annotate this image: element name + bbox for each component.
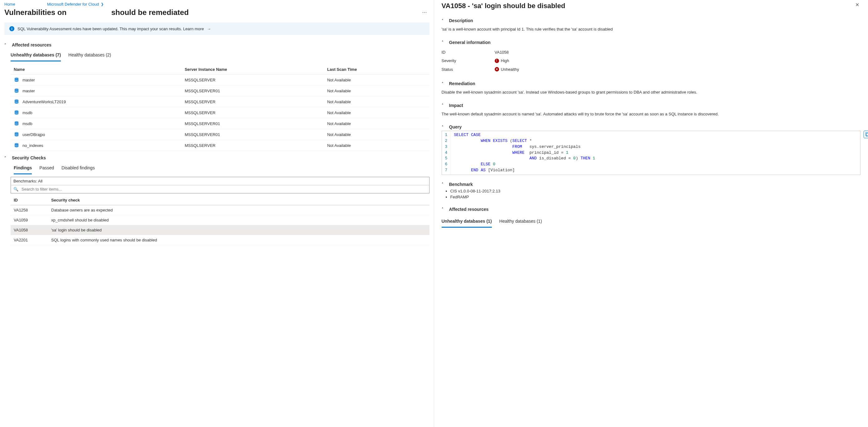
query-code-block: 1 2 3 4 5 6 7 SELECT CASE WHEN EXISTS (S…	[442, 131, 861, 175]
query-header[interactable]: ˄ Query	[442, 123, 861, 131]
learn-more-link[interactable]: Learn more →	[183, 27, 211, 31]
description-label: Description	[449, 18, 473, 23]
db-scan: Not Available	[324, 118, 429, 129]
tab-healthy-databases[interactable]: Healthy databases (2)	[68, 50, 111, 61]
learn-more-label: Learn more	[183, 27, 204, 31]
status-label: Status	[442, 66, 495, 73]
tab-passed[interactable]: Passed	[39, 163, 54, 174]
db-server: MSSQLSERVER	[182, 107, 324, 118]
svg-point-7	[15, 99, 19, 101]
check-row[interactable]: VA2201SQL logins with commonly used name…	[10, 235, 430, 245]
col-server[interactable]: Server Instance Name	[182, 65, 324, 74]
col-check-name[interactable]: Security check	[48, 195, 430, 205]
check-row[interactable]: VA1059xp_cmdshell should be disabled	[10, 215, 430, 225]
severity-label: Severity	[442, 58, 495, 64]
col-name[interactable]: Name	[10, 65, 182, 74]
chevron-up-icon: ˄	[442, 207, 446, 211]
detail-pane: VA1058 - 'sa' login should be disabled ✕…	[434, 0, 868, 427]
svg-rect-21	[866, 133, 868, 137]
general-info-label: General information	[449, 40, 491, 45]
svg-text:SQL: SQL	[15, 79, 18, 81]
db-name: userDBrajpo	[23, 132, 45, 137]
description-header[interactable]: ˄ Description	[442, 17, 861, 24]
kv-severity: Severity ! High	[442, 57, 861, 65]
copy-query-button[interactable]	[864, 131, 868, 138]
svg-text:SQL: SQL	[15, 134, 18, 136]
sql-database-icon: SQL	[14, 110, 19, 116]
sql-database-icon: SQL	[14, 142, 19, 148]
benchmark-label: Benchmark	[449, 182, 473, 187]
table-row[interactable]: SQLuserDBrajpoMSSQLSERVER01Not Available	[10, 129, 430, 140]
impact-header[interactable]: ˄ Impact	[442, 102, 861, 109]
info-icon: i	[9, 26, 14, 31]
sql-database-icon: SQL	[14, 88, 19, 94]
severity-high-icon: !	[495, 59, 499, 63]
more-actions-button[interactable]: ···	[420, 8, 429, 17]
remediation-header[interactable]: ˄ Remediation	[442, 80, 861, 87]
svg-text:SQL: SQL	[15, 112, 18, 114]
breadcrumb-defender[interactable]: Microsoft Defender for Cloud	[47, 2, 99, 6]
detail-tab-healthy[interactable]: Healthy databases (1)	[499, 216, 542, 227]
remediation-label: Remediation	[449, 81, 475, 86]
sql-database-icon: SQL	[14, 77, 19, 83]
table-row[interactable]: SQLmasterMSSQLSERVERNot Available	[10, 74, 430, 86]
banner-text: SQL Vulnerability Assessment rules have …	[18, 27, 211, 31]
security-checks-label: Security Checks	[12, 155, 46, 160]
check-row[interactable]: VA1258Database owners are as expected	[10, 205, 430, 215]
svg-point-16	[15, 132, 19, 133]
svg-point-10	[15, 110, 19, 112]
chevron-up-icon: ˄	[442, 19, 446, 23]
id-label: ID	[442, 49, 495, 56]
impact-label: Impact	[449, 103, 463, 108]
db-scan: Not Available	[324, 140, 429, 151]
check-name: xp_cmdshell should be disabled	[48, 215, 430, 225]
detail-tab-unhealthy[interactable]: Unhealthy databases (1)	[442, 216, 492, 228]
findings-controls: 🔍	[10, 177, 430, 193]
id-value: VA1058	[495, 49, 509, 56]
check-row[interactable]: VA1058'sa' login should be disabled	[10, 225, 430, 235]
tab-findings[interactable]: Findings	[14, 163, 32, 174]
detail-affected-header[interactable]: ˄ Affected resources	[442, 205, 861, 213]
table-row[interactable]: SQLmsdbMSSQLSERVER01Not Available	[10, 118, 430, 129]
svg-point-13	[15, 121, 19, 123]
main-recommendation-pane: Home Microsoft Defender for Cloud ❯ Vuln…	[0, 0, 434, 427]
table-row[interactable]: SQLmasterMSSQLSERVER01Not Available	[10, 86, 430, 96]
affected-resources-label: Affected resources	[12, 42, 52, 47]
page-title: Vulnerabilities on should be remediated	[4, 8, 420, 17]
check-tabs: Findings Passed Disabled findings	[0, 163, 434, 174]
check-name: Database owners are as expected	[48, 205, 430, 215]
check-id: VA1258	[10, 205, 48, 215]
search-icon: 🔍	[11, 187, 20, 192]
db-scan: Not Available	[324, 129, 429, 140]
remediation-text: Disable the well-known sysadmin account …	[442, 87, 861, 96]
db-scan: Not Available	[324, 107, 429, 118]
benchmark-header[interactable]: ˄ Benchmark	[442, 180, 861, 188]
db-name: master	[23, 89, 35, 93]
svg-text:SQL: SQL	[15, 123, 18, 125]
table-row[interactable]: SQLno_indexesMSSQLSERVERNot Available	[10, 140, 430, 151]
benchmarks-filter[interactable]	[10, 177, 430, 185]
table-row[interactable]: SQLAdventureWorksLT2019MSSQLSERVERNot Av…	[10, 96, 430, 107]
check-id: VA1059	[10, 215, 48, 225]
db-server: MSSQLSERVER	[182, 74, 324, 86]
check-id: VA1058	[10, 225, 48, 235]
svg-point-1	[15, 78, 19, 79]
tab-disabled-findings[interactable]: Disabled findings	[61, 163, 95, 174]
benchmark-item: FedRAMP	[451, 194, 861, 200]
sql-database-icon: SQL	[14, 132, 19, 137]
table-row[interactable]: SQLmsdbMSSQLSERVERNot Available	[10, 107, 430, 118]
breadcrumb-home[interactable]: Home	[4, 2, 15, 6]
detail-title: VA1058 - 'sa' login should be disabled	[442, 2, 854, 10]
tab-unhealthy-databases[interactable]: Unhealthy databases (7)	[10, 50, 61, 61]
col-scan[interactable]: Last Scan Time	[324, 65, 429, 74]
banner-message: SQL Vulnerability Assessment rules have …	[18, 27, 182, 31]
svg-text:SQL: SQL	[15, 101, 18, 103]
chevron-up-icon: ˄	[442, 82, 446, 86]
search-input[interactable]	[20, 185, 429, 193]
close-button[interactable]: ✕	[854, 2, 861, 8]
general-info-header[interactable]: ˄ General information	[442, 39, 861, 46]
affected-resources-header[interactable]: ˄ Affected resources	[0, 40, 434, 50]
security-checks-header[interactable]: ˄ Security Checks	[0, 153, 434, 163]
detail-affected-label: Affected resources	[449, 207, 489, 212]
col-check-id[interactable]: ID	[10, 195, 48, 205]
